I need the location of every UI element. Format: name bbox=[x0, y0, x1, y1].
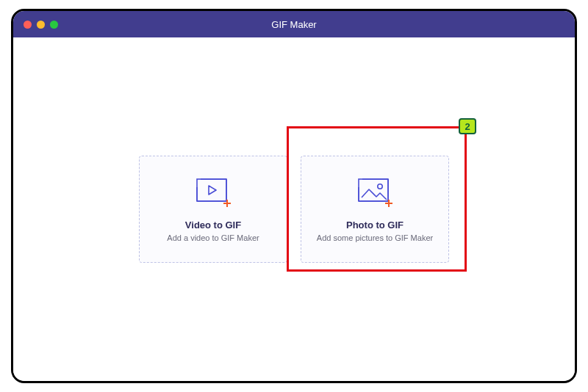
video-icon bbox=[193, 177, 234, 212]
fullscreen-window-button[interactable] bbox=[50, 21, 58, 29]
annotation-badge: 2 bbox=[459, 118, 476, 134]
photo-card-title: Photo to GIF bbox=[346, 219, 404, 231]
minimize-window-button[interactable] bbox=[37, 21, 45, 29]
content-area: Video to GIF Add a video to GIF Maker bbox=[13, 37, 575, 381]
photo-icon bbox=[354, 177, 395, 212]
svg-rect-0 bbox=[197, 179, 226, 201]
close-window-button[interactable] bbox=[24, 21, 32, 29]
svg-point-14 bbox=[378, 184, 382, 188]
option-cards: Video to GIF Add a video to GIF Maker bbox=[139, 156, 449, 263]
titlebar: GIF Maker bbox=[13, 11, 575, 37]
svg-rect-8 bbox=[359, 179, 388, 201]
traffic-lights bbox=[24, 21, 58, 29]
video-card-title: Video to GIF bbox=[185, 219, 241, 231]
video-card-desc: Add a video to GIF Maker bbox=[167, 233, 259, 242]
app-window: GIF Maker Video bbox=[11, 9, 577, 383]
window-title: GIF Maker bbox=[13, 19, 575, 30]
video-to-gif-card[interactable]: Video to GIF Add a video to GIF Maker bbox=[139, 156, 287, 263]
photo-card-desc: Add some pictures to GIF Maker bbox=[317, 233, 433, 242]
photo-to-gif-card[interactable]: Photo to GIF Add some pictures to GIF Ma… bbox=[301, 156, 449, 263]
